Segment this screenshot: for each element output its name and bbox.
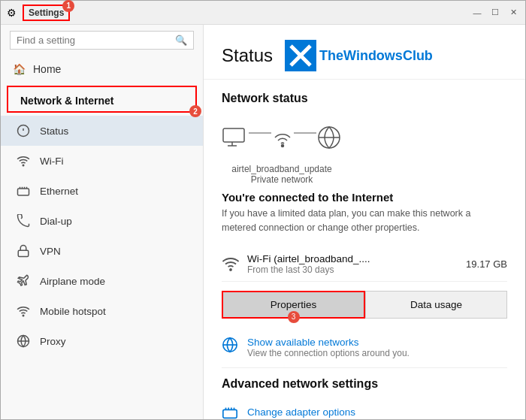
sub-text: If you have a limited data plan, you can… <box>222 207 507 235</box>
step-badge-1: 1 <box>62 0 74 12</box>
computer-icon-group <box>222 127 249 148</box>
window-icon: ⚙ <box>7 7 17 19</box>
network-line-1 <box>249 132 271 134</box>
sidebar-item-dialup[interactable]: Dial-up <box>1 206 203 236</box>
sidebar-item-hotspot[interactable]: Mobile hotspot <box>1 296 203 326</box>
network-type: Private network <box>222 174 342 185</box>
network-line-2 <box>294 132 316 134</box>
step-badge-2: 2 <box>189 105 201 117</box>
search-icon: 🔍 <box>175 35 187 46</box>
wifi-info-left: Wi-Fi (airtel_broadband_.... From the la… <box>222 253 370 275</box>
wifi-text: Wi-Fi (airtel_broadband_.... From the la… <box>247 253 370 275</box>
main-content: 🔍 🏠 Home Network & Internet 2 <box>1 25 525 419</box>
show-networks-title[interactable]: Show available networks <box>247 337 410 348</box>
show-networks-row: Show available networks View the connect… <box>222 331 507 368</box>
adapter-icon <box>222 404 238 420</box>
show-networks-sub: View the connection options around you. <box>247 348 410 358</box>
show-networks-text: Show available networks View the connect… <box>247 337 410 358</box>
sidebar-item-status[interactable]: Status <box>1 116 203 146</box>
network-name: airtel_broadband_update <box>222 164 342 174</box>
ethernet-icon <box>16 183 31 198</box>
connected-text: You're connected to the Internet <box>222 191 507 204</box>
svg-point-15 <box>282 145 284 147</box>
wifi-size: 19.17 GB <box>466 258 507 270</box>
vpn-label: VPN <box>40 246 61 257</box>
brand-name-text: TheWindowsClub <box>319 48 433 64</box>
window-controls: — ☐ ✕ <box>471 7 519 19</box>
window-title: Settings 1 <box>23 5 70 21</box>
sidebar-item-home[interactable]: 🏠 Home <box>1 56 203 83</box>
network-diagram <box>222 117 507 158</box>
sidebar: 🔍 🏠 Home Network & Internet 2 <box>1 25 204 419</box>
sidebar-item-ethernet[interactable]: Ethernet <box>1 176 203 206</box>
sidebar-item-vpn[interactable]: VPN <box>1 236 203 266</box>
minimize-button[interactable]: — <box>471 7 483 19</box>
dialup-icon <box>16 213 31 228</box>
home-label: Home <box>33 63 61 75</box>
svg-rect-12 <box>223 128 244 142</box>
airplane-label: Airplane mode <box>40 276 105 287</box>
page-title: Status <box>222 45 273 66</box>
action-buttons: Properties 3 Data usage <box>222 291 507 319</box>
wifi-info-row: Wi-Fi (airtel_broadband_.... From the la… <box>222 247 507 282</box>
search-input[interactable] <box>17 35 175 46</box>
svg-rect-9 <box>285 40 316 71</box>
sidebar-item-proxy[interactable]: Proxy <box>1 326 203 356</box>
svg-rect-4 <box>18 189 29 195</box>
step-badge-3: 3 <box>288 311 300 323</box>
titlebar: ⚙ Settings 1 — ☐ ✕ <box>1 1 525 25</box>
data-usage-button[interactable]: Data usage <box>365 291 507 319</box>
wifi-sub: From the last 30 days <box>247 264 370 275</box>
brand-logo: TheWindowsClub <box>285 40 433 71</box>
network-name-group: airtel_broadband_update Private network <box>222 164 507 185</box>
ethernet-label: Ethernet <box>40 186 78 197</box>
globe-icon-group <box>316 125 342 150</box>
maximize-button[interactable]: ☐ <box>489 7 501 19</box>
proxy-icon <box>16 334 31 349</box>
wifi-signal-icon <box>222 255 240 273</box>
svg-rect-21 <box>223 409 237 418</box>
svg-point-6 <box>23 315 24 316</box>
hotspot-icon <box>16 304 31 319</box>
sidebar-item-airplane[interactable]: Airplane mode <box>1 266 203 296</box>
wifi-label: Wi-Fi <box>40 156 63 167</box>
right-header: Status TheWindowsClub <box>204 25 525 80</box>
brand-icon <box>285 40 316 71</box>
svg-point-18 <box>230 269 231 270</box>
svg-rect-5 <box>18 250 29 256</box>
change-adapter-row: Change adapter options <box>222 398 507 420</box>
wifi-name: Wi-Fi (airtel_broadband_.... <box>247 253 370 264</box>
content-area: Network status <box>204 80 525 419</box>
change-adapter-text: Change adapter options <box>247 406 355 418</box>
airplane-icon <box>16 273 31 289</box>
advanced-title: Advanced network settings <box>222 377 507 391</box>
close-button[interactable]: ✕ <box>507 7 519 19</box>
wifi-icon <box>16 153 31 168</box>
sidebar-category: Network & Internet 2 <box>7 86 197 113</box>
status-label: Status <box>40 125 68 137</box>
wifi-icon-group <box>271 127 294 148</box>
search-box[interactable]: 🔍 <box>10 31 194 50</box>
globe-small-icon <box>222 337 238 353</box>
change-adapter-link[interactable]: Change adapter options <box>247 406 355 418</box>
svg-point-3 <box>23 165 24 166</box>
right-panel: Status TheWindowsClub Network status <box>204 25 525 419</box>
settings-window: ⚙ Settings 1 — ☐ ✕ 🔍 🏠 Home <box>0 0 526 420</box>
dialup-label: Dial-up <box>40 216 72 227</box>
category-label: Network & Internet <box>20 95 113 107</box>
vpn-icon <box>16 243 31 258</box>
home-icon: 🏠 <box>13 63 26 75</box>
properties-button[interactable]: Properties 3 <box>222 291 365 319</box>
proxy-label: Proxy <box>40 336 66 347</box>
hotspot-label: Mobile hotspot <box>40 306 106 317</box>
status-icon <box>16 123 31 138</box>
sidebar-item-wifi[interactable]: Wi-Fi <box>1 146 203 176</box>
network-status-title: Network status <box>222 92 507 105</box>
